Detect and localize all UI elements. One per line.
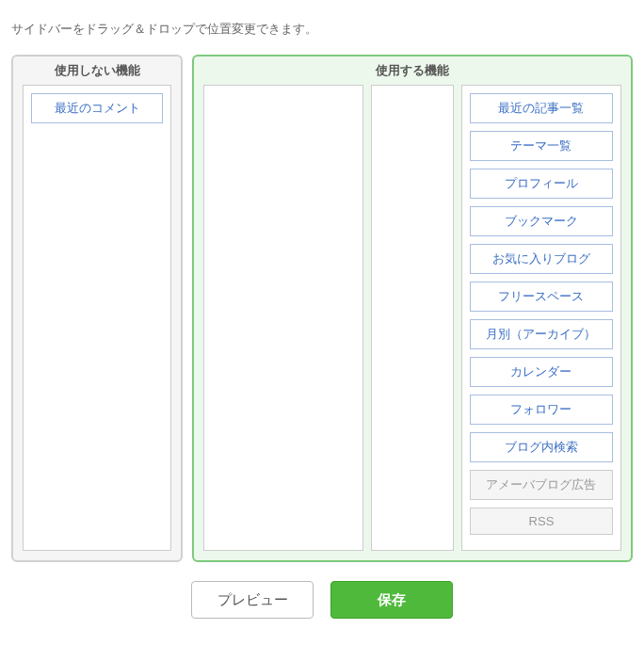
unused-panel: 使用しない機能 最近のコメント	[11, 55, 183, 562]
widget-rss: RSS	[470, 508, 613, 535]
widget-calendar[interactable]: カレンダー	[470, 357, 613, 387]
used-drop-column-middle[interactable]	[371, 85, 454, 551]
unused-panel-body: 最近のコメント	[13, 85, 181, 560]
instruction-text: サイドバーをドラッグ＆ドロップで位置変更できます。	[11, 21, 633, 38]
panels-container: 使用しない機能 最近のコメント 使用する機能 最近の記事一覧 テーマ一覧 プロフ…	[11, 55, 633, 562]
unused-panel-title: 使用しない機能	[13, 56, 181, 85]
widget-blog-search[interactable]: ブログ内検索	[470, 432, 613, 462]
unused-drop-column[interactable]: 最近のコメント	[23, 85, 171, 551]
save-button[interactable]: 保存	[330, 581, 453, 619]
widget-theme-list[interactable]: テーマ一覧	[470, 131, 613, 161]
used-panel: 使用する機能 最近の記事一覧 テーマ一覧 プロフィール ブックマーク お気に入り…	[192, 55, 633, 562]
widget-monthly-archive[interactable]: 月別（アーカイブ）	[470, 319, 613, 349]
used-drop-column-left[interactable]	[203, 85, 363, 551]
used-drop-column-right[interactable]: 最近の記事一覧 テーマ一覧 プロフィール ブックマーク お気に入りブログ フリー…	[461, 85, 621, 551]
widget-free-space[interactable]: フリースペース	[470, 282, 613, 312]
widget-ameba-ads: アメーバブログ広告	[470, 470, 613, 500]
used-panel-title: 使用する機能	[194, 56, 631, 85]
widget-followers[interactable]: フォロワー	[470, 395, 613, 425]
widget-recent-comments[interactable]: 最近のコメント	[31, 93, 163, 123]
widget-profile[interactable]: プロフィール	[470, 169, 613, 199]
button-row: プレビュー 保存	[11, 581, 633, 619]
used-panel-body: 最近の記事一覧 テーマ一覧 プロフィール ブックマーク お気に入りブログ フリー…	[194, 85, 631, 560]
preview-button[interactable]: プレビュー	[191, 581, 314, 619]
widget-favorite-blogs[interactable]: お気に入りブログ	[470, 244, 613, 274]
widget-recent-articles[interactable]: 最近の記事一覧	[470, 93, 613, 123]
widget-bookmark[interactable]: ブックマーク	[470, 206, 613, 236]
